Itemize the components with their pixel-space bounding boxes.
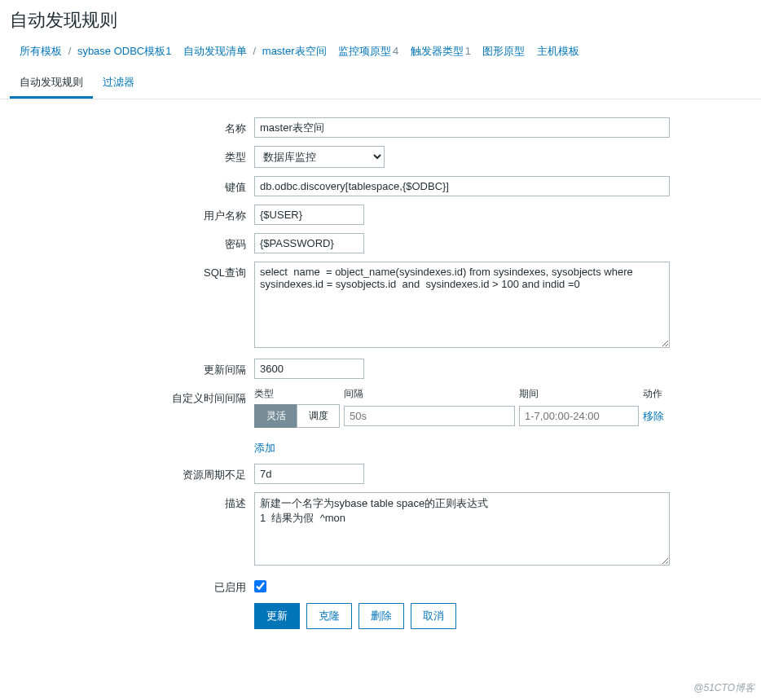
breadcrumb-sep: / bbox=[68, 45, 72, 57]
header-period: 期间 bbox=[519, 387, 643, 401]
update-interval-input[interactable] bbox=[254, 359, 364, 379]
keep-lost-input[interactable] bbox=[254, 464, 364, 484]
cancel-button[interactable]: 取消 bbox=[411, 603, 456, 629]
label-type: 类型 bbox=[10, 146, 254, 165]
header-type: 类型 bbox=[254, 387, 344, 401]
interval-delay-input[interactable] bbox=[344, 406, 515, 426]
label-user: 用户名称 bbox=[10, 205, 254, 223]
update-button[interactable]: 更新 bbox=[254, 603, 300, 629]
label-password: 密码 bbox=[10, 233, 254, 252]
seg-scheduling[interactable]: 调度 bbox=[297, 404, 340, 428]
interval-type-segment: 灵活 调度 bbox=[254, 404, 340, 428]
breadcrumb-item-prototypes[interactable]: 监控项原型 bbox=[338, 45, 391, 57]
interval-period-input[interactable] bbox=[519, 406, 639, 426]
breadcrumb-sep: / bbox=[253, 45, 257, 57]
key-input[interactable] bbox=[254, 176, 670, 196]
breadcrumb: 所有模板 / sybase ODBC模板1 自动发现清单 / master表空间… bbox=[0, 44, 761, 68]
label-enabled: 已启用 bbox=[10, 576, 254, 595]
user-input[interactable] bbox=[254, 205, 364, 225]
breadcrumb-current[interactable]: master表空间 bbox=[262, 45, 327, 57]
count: 4 bbox=[393, 45, 398, 57]
tab-discovery-rule[interactable]: 自动发现规则 bbox=[10, 68, 93, 99]
enabled-checkbox[interactable] bbox=[254, 580, 266, 592]
remove-interval-link[interactable]: 移除 bbox=[643, 409, 664, 424]
name-input[interactable] bbox=[254, 117, 670, 138]
password-input[interactable] bbox=[254, 233, 364, 253]
breadcrumb-trigger-prototypes[interactable]: 触发器类型 bbox=[411, 45, 464, 57]
breadcrumb-graph-prototypes[interactable]: 图形原型 bbox=[482, 45, 525, 57]
header-interval: 间隔 bbox=[344, 387, 519, 401]
tab-filters[interactable]: 过滤器 bbox=[93, 68, 144, 99]
form: 名称 类型 数据库监控 键值 用户名称 密码 SQL查询 select name… bbox=[0, 99, 761, 647]
clone-button[interactable]: 克隆 bbox=[306, 603, 352, 629]
label-update-interval: 更新间隔 bbox=[10, 359, 254, 377]
breadcrumb-host-templates[interactable]: 主机模板 bbox=[537, 45, 579, 57]
label-custom-intervals: 自定义时间间隔 bbox=[10, 387, 254, 406]
page-title: 自动发现规则 bbox=[0, 0, 761, 44]
breadcrumb-template[interactable]: sybase ODBC模板1 bbox=[77, 45, 172, 57]
custom-intervals-table: 类型 间隔 期间 动作 灵活 调度 移除 添加 bbox=[254, 387, 670, 456]
tabs: 自动发现规则 过滤器 bbox=[0, 68, 761, 99]
seg-flexible[interactable]: 灵活 bbox=[254, 404, 297, 428]
label-sql: SQL查询 bbox=[10, 262, 254, 280]
label-key: 键值 bbox=[10, 176, 254, 195]
add-interval-link[interactable]: 添加 bbox=[254, 441, 275, 456]
sql-textarea[interactable]: select name = object_name(sysindexes.id)… bbox=[254, 262, 670, 348]
label-description: 描述 bbox=[10, 492, 254, 511]
breadcrumb-all-templates[interactable]: 所有模板 bbox=[20, 45, 62, 57]
count: 1 bbox=[465, 45, 471, 57]
header-action: 动作 bbox=[643, 387, 670, 401]
label-name: 名称 bbox=[10, 117, 254, 136]
delete-button[interactable]: 删除 bbox=[359, 603, 404, 629]
label-keep-lost: 资源周期不足 bbox=[10, 464, 254, 482]
description-textarea[interactable]: 新建一个名字为sybase table space的正则表达式 1 结果为假 ^… bbox=[254, 492, 670, 566]
type-select[interactable]: 数据库监控 bbox=[254, 146, 385, 168]
breadcrumb-discovery-list[interactable]: 自动发现清单 bbox=[183, 45, 247, 57]
